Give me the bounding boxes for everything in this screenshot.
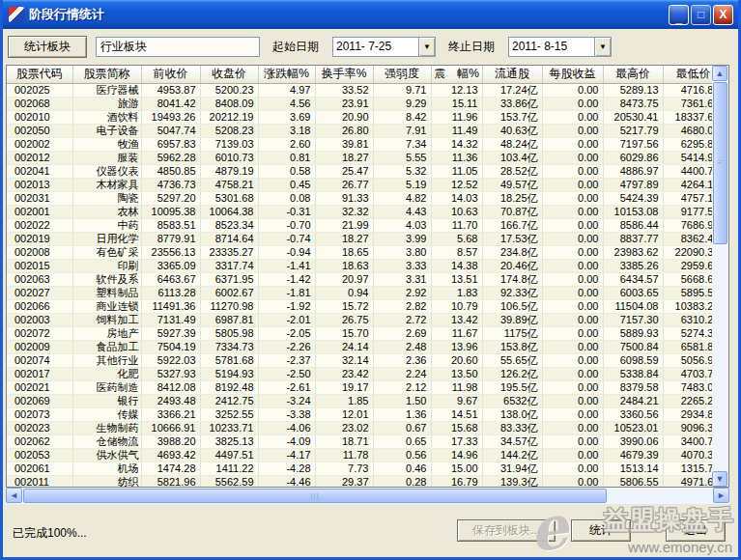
scroll-down-icon[interactable]: ▼: [712, 471, 727, 487]
table-row[interactable]: 002068旅游8041.428408.094.5623.919.2915.11…: [7, 97, 713, 110]
table-row[interactable]: 002003饲料加工7131.496987.81-2.0126.752.7213…: [7, 313, 713, 326]
table-cell: 2.92: [373, 286, 431, 299]
table-row[interactable]: 002017化肥5327.935194.93-2.5023.422.2413.5…: [7, 367, 713, 380]
table-cell: 4797.89: [603, 178, 663, 191]
table-cell: 7.91: [373, 124, 431, 137]
table-cell: 33.52: [315, 83, 373, 97]
table-cell: 002068: [7, 97, 72, 110]
maximize-button[interactable]: □: [691, 5, 711, 25]
table-row[interactable]: 002074其他行业5922.035781.68-2.3732.142.3620…: [7, 353, 713, 367]
column-header[interactable]: 股票代码: [7, 66, 72, 83]
table-row[interactable]: 002063软件及系6463.676371.95-1.4220.973.3113…: [7, 272, 713, 286]
table-row[interactable]: 002072房地产5927.395805.98-2.0515.702.6911.…: [7, 326, 713, 340]
table-cell: 4.56: [258, 97, 315, 110]
table-row[interactable]: 002066商业连锁11491.3611270.98-1.9215.722.82…: [7, 299, 713, 313]
table-cell: 0.28: [373, 475, 431, 487]
chevron-down-icon[interactable]: ▼: [418, 38, 435, 56]
table-cell: 23.91: [315, 97, 373, 110]
sector-input[interactable]: [96, 37, 260, 57]
table-row[interactable]: 002023生物制药10666.9110233.71-4.0623.020.67…: [7, 421, 713, 434]
table-cell: 4264.12: [663, 178, 713, 191]
table-row[interactable]: 002069银行2493.482412.75-3.241.851.509.676…: [7, 394, 713, 407]
table-cell: 18.65: [315, 245, 373, 259]
column-header[interactable]: 前收价: [141, 66, 200, 83]
chevron-down-icon[interactable]: ▼: [594, 38, 611, 56]
table-row[interactable]: 002012服装5962.286010.730.8118.275.5511.36…: [7, 151, 713, 164]
table-cell: 1.36: [373, 407, 431, 421]
column-header[interactable]: 收盘价: [200, 66, 258, 83]
column-header[interactable]: 最低价: [663, 66, 713, 83]
table-cell: 39.89亿: [482, 313, 542, 326]
start-date-combo[interactable]: 2011- 7-25 ▼: [332, 37, 436, 57]
table-cell: 18.71: [315, 434, 373, 448]
table-row[interactable]: 002031陶瓷5297.205301.680.0891.334.8214.03…: [7, 191, 713, 205]
table-row[interactable]: 002009食品加工7504.197334.73-2.2624.142.4813…: [7, 340, 713, 353]
table-row[interactable]: 002073传媒3366.213252.55-3.3812.011.3614.5…: [7, 407, 713, 421]
column-header[interactable]: 每股收益: [542, 66, 603, 83]
vertical-scroll-thumb[interactable]: ≡: [713, 82, 727, 244]
table-cell: 3.69: [258, 110, 315, 124]
horizontal-scroll-thumb[interactable]: |||: [23, 489, 607, 503]
column-header[interactable]: 最高价: [603, 66, 663, 83]
table-row[interactable]: 002015印刷3365.093317.74-1.4118.633.3314.3…: [7, 259, 713, 272]
horizontal-scrollbar[interactable]: ◄ ||| ►: [6, 488, 729, 504]
table-cell: 4716.85: [663, 83, 713, 97]
table-cell: 14.96: [431, 448, 482, 462]
close-button[interactable]: X: [713, 5, 733, 25]
stat-sector-button[interactable]: 统计板块: [8, 36, 87, 58]
table-row[interactable]: 002022中药8583.518523.34-0.7021.994.0311.7…: [7, 218, 713, 232]
table-cell: 4070.31: [663, 448, 713, 462]
table-cell: -0.31: [258, 205, 315, 218]
table-row[interactable]: 002021医药制造8412.088192.48-2.6119.172.1211…: [7, 380, 713, 394]
table-row[interactable]: 002061机场1474.281411.22-4.287.730.4615.00…: [7, 462, 713, 475]
column-header[interactable]: 涨跌幅%: [258, 66, 315, 83]
table-cell: 4680.09: [663, 124, 713, 137]
save-to-sector-button[interactable]: 保存到板块...: [457, 519, 556, 542]
table-cell: 34.57亿: [482, 434, 542, 448]
table-row[interactable]: 002002牧渔6957.837139.032.6039.817.3414.32…: [7, 137, 713, 151]
table-row[interactable]: 002001农林10095.3810064.38-0.3132.324.4310…: [7, 205, 713, 218]
table-row[interactable]: 002025医疗器械4953.875200.234.9733.529.7112.…: [7, 83, 713, 97]
table-row[interactable]: 002019日用化学8779.918714.64-0.7418.273.995.…: [7, 232, 713, 245]
column-header[interactable]: 震 幅%: [431, 66, 482, 83]
table-row[interactable]: 002010酒饮料19493.2620212.193.6920.908.4211…: [7, 110, 713, 124]
table-cell: 0.00: [542, 124, 603, 137]
table-row[interactable]: 002027塑料制品6113.286002.67-1.810.942.921.8…: [7, 286, 713, 299]
end-date-combo[interactable]: 2011- 8-15 ▼: [508, 37, 612, 57]
scroll-up-icon[interactable]: ▲: [712, 66, 727, 81]
column-header[interactable]: 流通股: [482, 66, 542, 83]
table-cell: 0.58: [258, 164, 315, 178]
vertical-scrollbar[interactable]: ▲ ≡ ▼: [712, 66, 728, 487]
table-cell: 5297.20: [141, 191, 200, 205]
minimize-button[interactable]: _: [669, 5, 689, 25]
scroll-right-icon[interactable]: ►: [713, 488, 729, 503]
column-header[interactable]: 强弱度: [373, 66, 431, 83]
table-cell: 11.67: [431, 326, 482, 340]
column-header[interactable]: 股票简称: [72, 66, 141, 83]
table-cell: 11.36: [431, 151, 482, 164]
table-row[interactable]: 002050电子设备5047.745208.233.1826.807.9111.…: [7, 124, 713, 137]
table-cell: -0.74: [258, 232, 315, 245]
column-header[interactable]: 换手率%: [315, 66, 373, 83]
table-cell: 002015: [7, 259, 72, 272]
table-cell: 旅游: [72, 97, 141, 110]
table-row[interactable]: 002041仪器仪表4850.854879.190.5825.475.3211.…: [7, 164, 713, 178]
stat-button[interactable]: 统计: [571, 519, 631, 542]
table-row[interactable]: 002053供水供气4693.424497.51-4.1711.780.5614…: [7, 448, 713, 462]
table-cell: 1474.28: [141, 462, 200, 475]
table-row[interactable]: 002013木材家具4736.734758.210.4526.775.1912.…: [7, 178, 713, 191]
table-cell: 0.00: [542, 218, 603, 232]
table-row[interactable]: 002008有色矿采23556.1323335.27-0.9418.653.80…: [7, 245, 713, 259]
scroll-left-icon[interactable]: ◄: [6, 488, 22, 503]
table-cell: 5927.39: [141, 326, 200, 340]
table-cell: 13.96: [431, 340, 482, 353]
exit-button[interactable]: 退出: [666, 519, 726, 542]
table-row[interactable]: 002011纺织5821.965562.59-4.4629.370.2816.7…: [7, 475, 713, 487]
table-cell: 48.24亿: [482, 137, 542, 151]
table-cell: 传媒: [72, 407, 141, 421]
table-row[interactable]: 002062仓储物流3988.203825.13-4.0918.710.6517…: [7, 434, 713, 448]
table-cell: 23335.27: [200, 245, 258, 259]
table-cell: 7.34: [373, 137, 431, 151]
table-cell: -2.61: [258, 380, 315, 394]
table-cell: 6434.57: [603, 272, 663, 286]
